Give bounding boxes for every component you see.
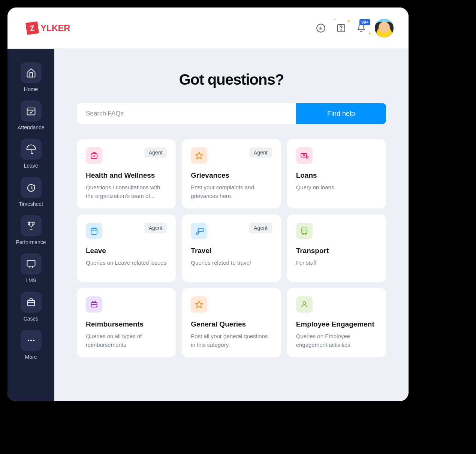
person-icon [296, 296, 313, 313]
svg-point-20 [33, 340, 34, 341]
card-employee-engagement[interactable]: Employee Engagement Queries on Employee … [287, 288, 386, 357]
logo-text: YLKER [40, 23, 70, 33]
card-general-queries[interactable]: General Queries Post all your general qu… [182, 288, 281, 357]
card-title: Travel [191, 247, 272, 255]
notification-button[interactable]: 99+ [355, 21, 368, 35]
briefcase-icon [21, 292, 42, 313]
header: Z YLKER 99+ [7, 7, 409, 49]
card-desc: Post all your general questions in this … [191, 332, 272, 349]
card-title: Employee Engagement [296, 320, 377, 328]
sidebar-item-label: Home [24, 86, 38, 92]
help-button[interactable] [334, 21, 348, 35]
main-content: Got questions? Find help Agent Health an… [54, 49, 409, 401]
avatar[interactable] [375, 19, 394, 37]
sidebar: Home Attendance Leave Timesheet [7, 49, 54, 401]
card-reimbursements[interactable]: Reimbursements Queries on all types of r… [77, 288, 176, 357]
card-desc: Query on loans [296, 183, 377, 192]
plus-circle-icon [316, 23, 326, 33]
app-window: Z YLKER 99+ Home [7, 7, 409, 401]
help-icon [336, 23, 346, 33]
card-desc: For staff [296, 259, 377, 267]
notification-badge: 99+ [359, 19, 370, 25]
body: Home Attendance Leave Timesheet [7, 49, 409, 401]
star-icon [191, 296, 207, 313]
svg-rect-32 [302, 228, 307, 233]
sidebar-item-timesheet[interactable]: Timesheet [7, 175, 54, 209]
svg-point-19 [30, 340, 31, 341]
card-health-wellness[interactable]: Agent Health and Wellness Questions / co… [77, 139, 176, 208]
card-title: Health and Wellness [86, 171, 167, 180]
card-grid: Agent Health and Wellness Questions / co… [77, 139, 386, 357]
card-leave[interactable]: Agent Leave Queries on Leave related iss… [77, 214, 176, 282]
sidebar-item-lms[interactable]: LMS [7, 251, 54, 286]
card-desc: Queries related to travel [191, 259, 272, 267]
sidebar-item-label: LMS [25, 277, 36, 283]
svg-point-34 [302, 234, 303, 235]
logo[interactable]: Z YLKER [26, 22, 70, 34]
sidebar-item-label: More [25, 354, 37, 360]
card-transport[interactable]: Transport For staff [287, 214, 386, 282]
card-travel[interactable]: Agent Travel Queries related to travel [182, 214, 281, 282]
card-desc: Questions / consultations with the organ… [86, 183, 167, 200]
svg-point-35 [305, 234, 306, 235]
sidebar-item-attendance[interactable]: Attendance [7, 98, 54, 133]
bus-icon [296, 223, 313, 239]
logo-mark: Z [25, 21, 39, 34]
svg-rect-5 [27, 108, 35, 115]
medkit-icon [86, 147, 102, 164]
clock-icon [21, 177, 42, 198]
svg-marker-24 [196, 152, 202, 159]
sidebar-item-label: Leave [24, 163, 38, 169]
card-desc: Queries on all types of reimbursements [86, 332, 167, 349]
card-grievances[interactable]: Agent Grievances Post your complaints an… [182, 139, 281, 208]
trophy-icon [21, 215, 42, 236]
more-icon [21, 330, 42, 351]
add-button[interactable] [314, 21, 328, 35]
sidebar-item-more[interactable]: More [7, 328, 54, 362]
svg-rect-16 [27, 300, 34, 306]
sidebar-item-label: Timesheet [19, 201, 43, 207]
agent-tag: Agent [144, 223, 167, 233]
svg-point-18 [27, 340, 29, 341]
card-title: Loans [296, 171, 377, 180]
card-desc: Queries on Leave related issues [86, 259, 167, 267]
sidebar-item-label: Cases [24, 316, 39, 322]
svg-marker-38 [196, 301, 202, 308]
board-icon [21, 253, 42, 274]
sidebar-item-label: Performance [16, 239, 46, 245]
calendar-check-icon [21, 100, 42, 121]
wallet-icon [86, 296, 102, 313]
sidebar-item-cases[interactable]: Cases [7, 289, 54, 324]
calendar-icon [86, 223, 102, 239]
sidebar-item-home[interactable]: Home [7, 60, 54, 94]
svg-rect-13 [27, 261, 35, 266]
find-help-button[interactable]: Find help [296, 103, 386, 124]
agent-tag: Agent [144, 147, 167, 158]
sidebar-item-label: Attendance [18, 124, 44, 130]
agent-tag: Agent [249, 147, 272, 158]
card-loans[interactable]: Loans Query on loans [287, 139, 386, 208]
sidebar-item-performance[interactable]: Performance [7, 213, 54, 247]
svg-line-10 [31, 188, 33, 189]
home-icon [21, 62, 42, 83]
card-title: General Queries [191, 320, 272, 328]
money-icon [296, 147, 313, 164]
umbrella-icon [21, 139, 42, 160]
svg-point-26 [303, 154, 304, 156]
card-title: Transport [296, 247, 377, 255]
search-bar: Find help [77, 103, 386, 124]
svg-point-39 [303, 302, 305, 304]
svg-point-4 [341, 30, 341, 30]
card-desc: Queries on Employee engagement activitie… [296, 332, 377, 349]
sidebar-item-leave[interactable]: Leave [7, 136, 54, 171]
card-title: Grievances [191, 171, 272, 180]
card-title: Reimbursements [86, 320, 167, 328]
card-desc: Post your complaints and grievances here… [191, 183, 272, 200]
search-input[interactable] [77, 103, 296, 124]
page-title: Got questions? [77, 71, 386, 88]
svg-rect-28 [91, 228, 97, 234]
agent-tag: Agent [249, 223, 272, 233]
star-icon [191, 147, 207, 164]
plane-icon [191, 223, 207, 239]
card-title: Leave [86, 247, 167, 255]
